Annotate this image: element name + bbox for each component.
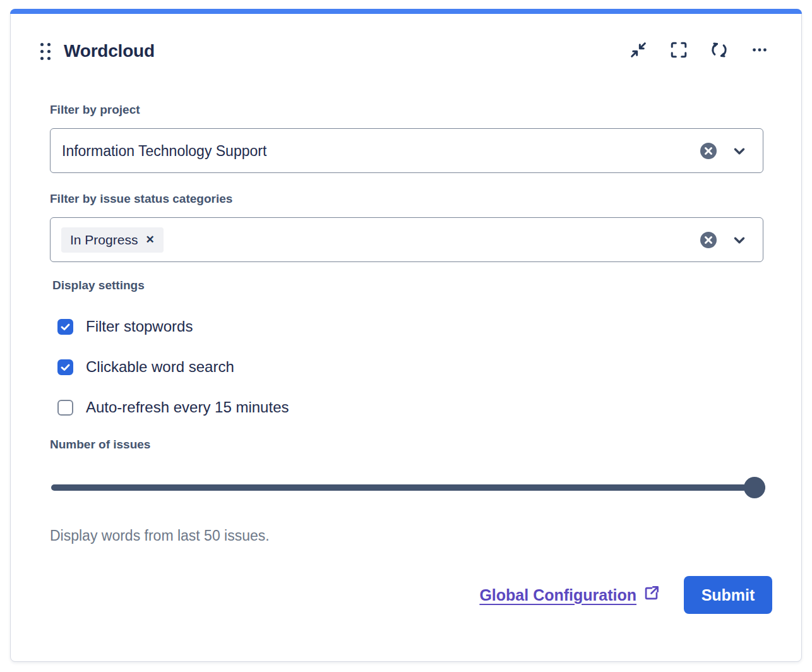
check-icon — [59, 321, 71, 333]
clear-project-button[interactable] — [700, 142, 717, 160]
remove-tag-icon[interactable]: ✕ — [145, 234, 154, 245]
project-filter-label: Filter by project — [50, 103, 140, 117]
checkbox-label[interactable]: Clickable word search — [86, 358, 234, 376]
chevron-down-icon[interactable] — [730, 141, 749, 160]
external-link-icon — [643, 585, 660, 606]
gadget-accent-bar — [10, 9, 802, 14]
checkbox-filter-stopwords[interactable] — [57, 319, 73, 335]
checkbox-clickable-word-search[interactable] — [57, 359, 73, 375]
status-filter-label: Filter by issue status categories — [50, 192, 232, 206]
clear-status-button[interactable] — [700, 231, 717, 249]
status-select[interactable]: In Progress ✕ — [50, 217, 763, 262]
fullscreen-button[interactable] — [669, 40, 689, 60]
check-icon — [59, 361, 71, 373]
checkbox-row-filter-stopwords[interactable]: Filter stopwords — [57, 318, 193, 335]
global-configuration-link[interactable]: Global Configuration — [479, 585, 660, 606]
status-tag-label: In Progress — [70, 232, 138, 248]
issues-slider — [51, 477, 765, 498]
more-options-button[interactable] — [749, 40, 770, 60]
collapse-icon — [629, 40, 648, 59]
checkbox-row-auto-refresh[interactable]: Auto-refresh every 15 minutes — [57, 399, 289, 416]
display-settings-label: Display settings — [52, 279, 145, 292]
project-select[interactable]: Information Technology Support — [50, 128, 763, 173]
clear-icon — [700, 152, 717, 162]
drag-handle-icon[interactable] — [40, 43, 51, 60]
slider-track[interactable] — [51, 484, 765, 491]
gadget-footer: Global Configuration Submit — [479, 576, 772, 614]
clear-icon — [700, 241, 717, 251]
status-tag: In Progress ✕ — [61, 227, 164, 253]
fullscreen-icon — [669, 40, 688, 59]
checkbox-label[interactable]: Auto-refresh every 15 minutes — [86, 399, 289, 416]
submit-button[interactable]: Submit — [684, 576, 772, 614]
wordcloud-gadget-card: Wordcloud — [10, 9, 802, 662]
checkbox-label[interactable]: Filter stopwords — [86, 318, 193, 335]
global-configuration-label: Global Configuration — [479, 586, 636, 604]
project-select-value: Information Technology Support — [62, 142, 266, 159]
checkbox-auto-refresh[interactable] — [57, 400, 73, 416]
gadget-title: Wordcloud — [64, 41, 155, 61]
slider-thumb[interactable] — [744, 477, 765, 498]
number-of-issues-label: Number of issues — [50, 438, 150, 452]
chevron-down-icon[interactable] — [730, 231, 749, 249]
slider-help-text: Display words from last 50 issues. — [50, 527, 270, 544]
more-options-icon — [750, 40, 769, 59]
gadget-actions — [628, 40, 770, 60]
checkbox-row-clickable-word-search[interactable]: Clickable word search — [57, 358, 234, 376]
collapse-button[interactable] — [628, 40, 648, 60]
refresh-button[interactable] — [709, 40, 729, 60]
refresh-icon — [710, 40, 729, 59]
